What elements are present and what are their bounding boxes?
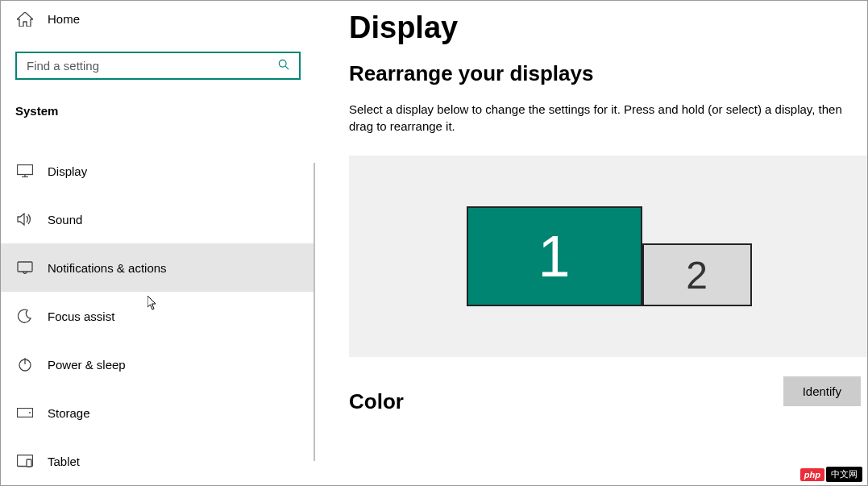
- watermark-red: php: [800, 468, 824, 481]
- sidebar-item-storage[interactable]: Storage: [1, 388, 315, 437]
- home-nav[interactable]: Home: [1, 1, 315, 37]
- sidebar-item-label: Sound: [48, 213, 82, 226]
- svg-rect-2: [18, 165, 33, 175]
- sidebar-item-display[interactable]: Display: [1, 147, 315, 195]
- display-icon: [17, 163, 33, 179]
- search-icon: [278, 59, 289, 73]
- home-label: Home: [48, 12, 80, 26]
- display-2[interactable]: 2: [642, 243, 752, 306]
- svg-line-1: [285, 66, 289, 69]
- power-icon: [17, 356, 33, 372]
- sidebar-item-label: Tablet: [48, 455, 80, 468]
- sidebar-item-label: Notifications & actions: [48, 261, 167, 275]
- home-icon: [17, 12, 33, 27]
- sidebar-item-focus[interactable]: Focus assist: [1, 292, 315, 340]
- sidebar-item-label: Display: [48, 164, 87, 178]
- sidebar-item-label: Power & sleep: [48, 358, 126, 372]
- sidebar-item-label: Storage: [48, 406, 90, 420]
- sidebar-item-label: Focus assist: [48, 309, 114, 323]
- sidebar-item-notifications[interactable]: Notifications & actions: [1, 243, 315, 292]
- storage-icon: [17, 405, 33, 421]
- svg-rect-11: [27, 459, 31, 467]
- tablet-icon: [17, 453, 33, 469]
- rearrange-title: Rearrange your displays: [349, 61, 867, 86]
- search-input[interactable]: [27, 59, 278, 73]
- sidebar-item-tablet[interactable]: Tablet: [1, 437, 315, 485]
- svg-point-0: [279, 60, 286, 68]
- nav-list: Display Sound Notifications & actions Fo…: [1, 147, 315, 485]
- category-header: System: [1, 80, 315, 127]
- display-layout: 1 2: [467, 206, 752, 306]
- sidebar-item-sound[interactable]: Sound: [1, 195, 315, 243]
- moon-icon: [17, 308, 33, 324]
- sidebar-scrollbar[interactable]: [314, 163, 315, 461]
- sound-icon: [17, 211, 33, 227]
- sidebar-item-power[interactable]: Power & sleep: [1, 340, 315, 388]
- sidebar: Home System Display Sound Notifications …: [1, 1, 315, 485]
- main-content: Display Rearrange your displays Select a…: [315, 1, 867, 485]
- display-arrange-area: 1 2: [349, 156, 867, 357]
- page-title: Display: [349, 10, 867, 45]
- svg-rect-5: [18, 262, 32, 272]
- watermark-black: 中文网: [826, 467, 862, 482]
- notifications-icon: [17, 260, 33, 276]
- identify-button[interactable]: Identify: [783, 376, 861, 406]
- watermark: php 中文网: [800, 467, 862, 482]
- rearrange-description: Select a display below to change the set…: [349, 101, 867, 135]
- search-input-container[interactable]: [15, 52, 301, 80]
- display-1[interactable]: 1: [467, 206, 642, 306]
- svg-point-9: [29, 412, 31, 413]
